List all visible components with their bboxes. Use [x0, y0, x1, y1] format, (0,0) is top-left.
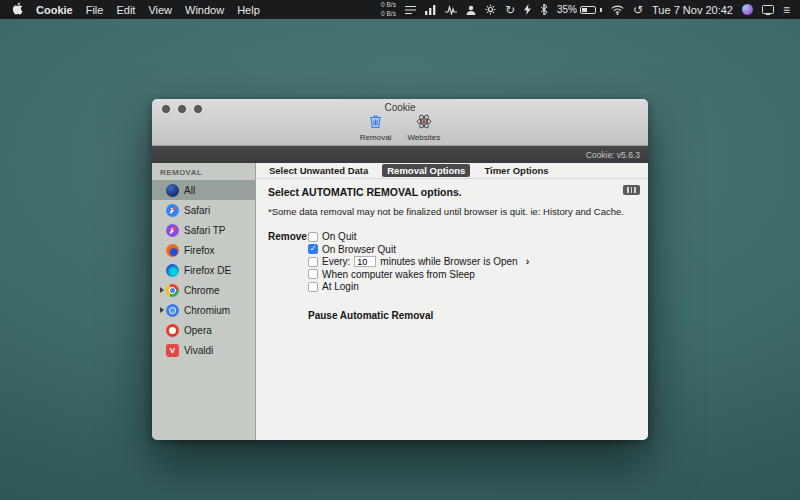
- waveform-icon[interactable]: [445, 5, 457, 15]
- menu-bar: Cookie File Edit View Window Help 0 B/s …: [0, 0, 800, 19]
- wifi-icon[interactable]: [611, 5, 624, 15]
- toolbar-removal-label: Removal: [360, 133, 392, 142]
- safari-icon: [166, 204, 179, 217]
- display-icon[interactable]: [762, 5, 774, 14]
- sidebar-item-label: Chromium: [184, 305, 230, 316]
- apple-menu-icon[interactable]: [12, 2, 23, 17]
- sidebar-item-firefox-de[interactable]: Firefox DE: [152, 260, 255, 280]
- toolbar-websites-label: Websites: [407, 133, 440, 142]
- sidebar-item-all[interactable]: All: [152, 180, 255, 200]
- siri-icon[interactable]: [742, 4, 753, 15]
- option-every-minutes: Every: minutes while Browser is Open ›: [308, 256, 529, 268]
- sidebar: REMOVAL All Safari Safari TP Firefox: [152, 163, 256, 440]
- menu-view[interactable]: View: [148, 4, 172, 16]
- trash-icon: [368, 114, 383, 133]
- atom-icon: [416, 114, 432, 133]
- option-at-login: At Login: [308, 281, 529, 293]
- option-on-browser-quit: On Browser Quit: [308, 244, 529, 256]
- toolbar: Removal Websites: [152, 114, 648, 142]
- notification-center-icon[interactable]: ≡: [783, 4, 790, 16]
- version-strip: Cookie: v5.6.3: [152, 146, 648, 163]
- sidebar-item-chromium[interactable]: Chromium: [152, 300, 255, 320]
- sidebar-item-firefox[interactable]: Firefox: [152, 240, 255, 260]
- sync-icon[interactable]: ↻: [505, 4, 515, 16]
- section-note: *Some data removal may not be finalized …: [268, 206, 636, 217]
- menu-window[interactable]: Window: [185, 4, 224, 16]
- sidebar-item-label: Vivaldi: [184, 345, 213, 356]
- all-browsers-icon: [166, 184, 179, 197]
- firefox-de-icon: [166, 264, 179, 277]
- tab-select-unwanted-data[interactable]: Select Unwanted Data: [265, 164, 372, 177]
- histogram-icon[interactable]: [425, 5, 436, 15]
- content-pane: Select Unwanted Data Removal Options Tim…: [256, 163, 648, 440]
- option-on-quit: On Quit: [308, 231, 529, 243]
- option-label: Every:: [322, 256, 350, 267]
- window-header: Cookie Removal Websites: [152, 99, 648, 146]
- tab-timer-options[interactable]: Timer Options: [480, 164, 552, 177]
- battery-icon: [580, 6, 596, 14]
- tab-removal-options[interactable]: Removal Options: [382, 164, 470, 177]
- menu-edit[interactable]: Edit: [116, 4, 135, 16]
- chrome-icon: [166, 284, 179, 297]
- remove-label: Remove:: [268, 231, 308, 321]
- minutes-input[interactable]: [354, 256, 376, 267]
- option-label: At Login: [322, 281, 359, 292]
- cookie-window: Cookie Removal Websites Cookie: v5.6.3: [152, 99, 648, 440]
- disclosure-triangle-icon[interactable]: [160, 287, 164, 293]
- network-speed-meter[interactable]: 0 B/s 0 B/s: [381, 1, 396, 17]
- opera-icon: [166, 324, 179, 337]
- menu-help[interactable]: Help: [237, 4, 260, 16]
- bolt-icon[interactable]: [524, 4, 531, 15]
- section-heading: Select AUTOMATIC REMOVAL options.: [268, 186, 636, 198]
- sidebar-item-label: Safari TP: [184, 225, 226, 236]
- removal-options-group: On Quit On Browser Quit Every: minutes w…: [308, 231, 529, 321]
- option-label: On Browser Quit: [322, 244, 396, 255]
- wake-from-sleep-checkbox[interactable]: [308, 269, 318, 279]
- gear-icon[interactable]: [485, 4, 496, 15]
- battery-cap: [600, 8, 602, 12]
- sidebar-item-label: Opera: [184, 325, 212, 336]
- bluetooth-icon[interactable]: [540, 4, 548, 15]
- vivaldi-icon: V: [166, 344, 179, 357]
- desktop: Cookie File Edit View Window Help 0 B/s …: [0, 0, 800, 500]
- on-quit-checkbox[interactable]: [308, 232, 318, 242]
- option-suffix-label: minutes while Browser is Open: [380, 256, 517, 267]
- at-login-checkbox[interactable]: [308, 282, 318, 292]
- sidebar-item-label: Safari: [184, 205, 210, 216]
- version-label: Cookie: v5.6.3: [586, 150, 640, 160]
- sidebar-header: REMOVAL: [152, 163, 255, 180]
- chevron-right-icon[interactable]: ›: [526, 256, 530, 267]
- firefox-icon: [166, 244, 179, 257]
- on-browser-quit-checkbox[interactable]: [308, 244, 318, 254]
- option-wake-from-sleep: When computer wakes from Sleep: [308, 269, 529, 281]
- toolbar-item-removal[interactable]: Removal: [360, 114, 392, 142]
- pause-automatic-removal[interactable]: Pause Automatic Removal: [308, 310, 529, 321]
- every-minutes-checkbox[interactable]: [308, 257, 318, 267]
- battery-indicator[interactable]: 35%: [557, 4, 602, 15]
- list-meter-icon[interactable]: [405, 5, 416, 15]
- sidebar-item-label: Chrome: [184, 285, 220, 296]
- time-machine-icon[interactable]: ↺: [633, 4, 643, 16]
- sidebar-item-chrome[interactable]: Chrome: [152, 280, 255, 300]
- disclosure-triangle-icon[interactable]: [160, 307, 164, 313]
- sidebar-item-label: All: [184, 185, 195, 196]
- chromium-icon: [166, 304, 179, 317]
- battery-percent: 35%: [557, 4, 577, 15]
- tab-bar: Select Unwanted Data Removal Options Tim…: [256, 163, 648, 179]
- sidebar-item-vivaldi[interactable]: V Vivaldi: [152, 340, 255, 360]
- safari-tp-icon: [166, 224, 179, 237]
- menu-file[interactable]: File: [86, 4, 104, 16]
- sidebar-item-safari-tp[interactable]: Safari TP: [152, 220, 255, 240]
- user-icon[interactable]: [466, 5, 476, 15]
- sidebar-item-safari[interactable]: Safari: [152, 200, 255, 220]
- window-title: Cookie: [152, 102, 648, 113]
- sidebar-item-label: Firefox DE: [184, 265, 231, 276]
- menu-clock[interactable]: Tue 7 Nov 20:42: [652, 4, 733, 16]
- grip-badge[interactable]: [623, 185, 640, 195]
- toolbar-item-websites[interactable]: Websites: [407, 114, 440, 142]
- sidebar-item-label: Firefox: [184, 245, 215, 256]
- option-label: When computer wakes from Sleep: [322, 269, 475, 280]
- sidebar-item-opera[interactable]: Opera: [152, 320, 255, 340]
- option-label: On Quit: [322, 231, 356, 242]
- menu-app-name[interactable]: Cookie: [36, 4, 73, 16]
